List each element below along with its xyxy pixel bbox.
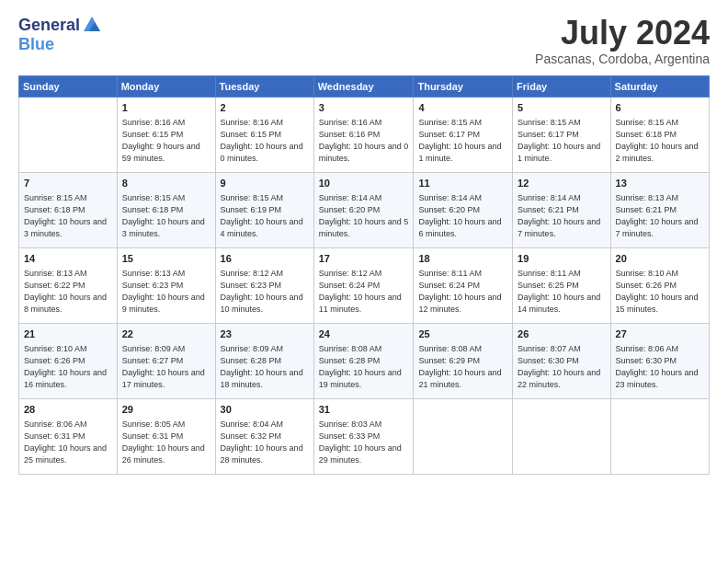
day-info: Sunrise: 8:09 AMSunset: 6:27 PMDaylight:…	[122, 343, 210, 391]
table-row: 7Sunrise: 8:15 AMSunset: 6:18 PMDaylight…	[19, 172, 118, 247]
day-number: 19	[518, 252, 605, 266]
day-info: Sunrise: 8:13 AMSunset: 6:23 PMDaylight:…	[122, 268, 210, 316]
day-info: Sunrise: 8:14 AMSunset: 6:20 PMDaylight:…	[319, 192, 409, 240]
header-friday: Friday	[513, 75, 610, 97]
table-row	[414, 398, 513, 474]
day-number: 27	[616, 327, 704, 341]
header-saturday: Saturday	[610, 75, 709, 97]
table-row	[610, 398, 709, 474]
table-row: 11Sunrise: 8:14 AMSunset: 6:20 PMDayligh…	[414, 172, 513, 247]
day-info: Sunrise: 8:14 AMSunset: 6:20 PMDaylight:…	[418, 192, 507, 240]
day-number: 28	[24, 403, 112, 417]
day-number: 14	[24, 252, 112, 266]
table-row: 30Sunrise: 8:04 AMSunset: 6:32 PMDayligh…	[215, 398, 313, 474]
day-info: Sunrise: 8:08 AMSunset: 6:29 PMDaylight:…	[418, 343, 507, 391]
day-info: Sunrise: 8:15 AMSunset: 6:17 PMDaylight:…	[418, 117, 507, 165]
day-number: 2	[221, 101, 309, 115]
table-row: 20Sunrise: 8:10 AMSunset: 6:26 PMDayligh…	[610, 247, 709, 323]
header-monday: Monday	[117, 75, 215, 97]
day-number: 3	[319, 101, 409, 115]
page: General Blue July 2024 Pascanas, Cordoba…	[0, 0, 728, 563]
logo-icon	[82, 15, 102, 35]
table-row: 24Sunrise: 8:08 AMSunset: 6:28 PMDayligh…	[313, 323, 414, 398]
day-number: 25	[418, 327, 507, 341]
day-info: Sunrise: 8:15 AMSunset: 6:17 PMDaylight:…	[518, 117, 605, 165]
day-number: 12	[518, 177, 605, 190]
table-row: 25Sunrise: 8:08 AMSunset: 6:29 PMDayligh…	[414, 323, 513, 398]
table-row: 3Sunrise: 8:16 AMSunset: 6:16 PMDaylight…	[313, 97, 414, 172]
table-row: 23Sunrise: 8:09 AMSunset: 6:28 PMDayligh…	[215, 323, 313, 398]
day-number: 23	[221, 327, 309, 341]
logo: General Blue	[18, 15, 102, 54]
logo-general: General	[18, 16, 80, 35]
table-row: 12Sunrise: 8:14 AMSunset: 6:21 PMDayligh…	[513, 172, 610, 247]
day-info: Sunrise: 8:06 AMSunset: 6:31 PMDaylight:…	[24, 419, 112, 466]
header-tuesday: Tuesday	[215, 75, 313, 97]
header: General Blue July 2024 Pascanas, Cordoba…	[18, 15, 710, 66]
table-row: 28Sunrise: 8:06 AMSunset: 6:31 PMDayligh…	[19, 398, 118, 474]
day-number: 17	[319, 252, 409, 266]
table-row: 13Sunrise: 8:13 AMSunset: 6:21 PMDayligh…	[610, 172, 709, 247]
day-info: Sunrise: 8:10 AMSunset: 6:26 PMDaylight:…	[616, 268, 704, 316]
day-info: Sunrise: 8:16 AMSunset: 6:15 PMDaylight:…	[221, 117, 309, 165]
day-info: Sunrise: 8:12 AMSunset: 6:23 PMDaylight:…	[221, 268, 309, 316]
day-info: Sunrise: 8:15 AMSunset: 6:18 PMDaylight:…	[24, 192, 112, 240]
day-number: 29	[122, 403, 210, 417]
calendar-week-row: 28Sunrise: 8:06 AMSunset: 6:31 PMDayligh…	[19, 398, 710, 474]
calendar-table: Sunday Monday Tuesday Wednesday Thursday…	[18, 75, 710, 475]
table-row: 16Sunrise: 8:12 AMSunset: 6:23 PMDayligh…	[215, 247, 313, 323]
table-row: 18Sunrise: 8:11 AMSunset: 6:24 PMDayligh…	[414, 247, 513, 323]
day-number: 10	[319, 177, 409, 190]
day-info: Sunrise: 8:10 AMSunset: 6:26 PMDaylight:…	[24, 343, 112, 391]
calendar-week-row: 7Sunrise: 8:15 AMSunset: 6:18 PMDaylight…	[19, 172, 710, 247]
day-number: 18	[418, 252, 507, 266]
table-row	[19, 97, 118, 172]
table-row: 17Sunrise: 8:12 AMSunset: 6:24 PMDayligh…	[313, 247, 414, 323]
day-info: Sunrise: 8:13 AMSunset: 6:22 PMDaylight:…	[24, 268, 112, 316]
table-row: 8Sunrise: 8:15 AMSunset: 6:18 PMDaylight…	[117, 172, 215, 247]
calendar-week-row: 1Sunrise: 8:16 AMSunset: 6:15 PMDaylight…	[19, 97, 710, 172]
day-info: Sunrise: 8:16 AMSunset: 6:15 PMDaylight:…	[122, 117, 210, 165]
title-section: July 2024 Pascanas, Cordoba, Argentina	[535, 15, 710, 66]
location: Pascanas, Cordoba, Argentina	[535, 52, 710, 66]
day-number: 21	[24, 327, 112, 341]
day-info: Sunrise: 8:15 AMSunset: 6:19 PMDaylight:…	[221, 192, 309, 240]
day-number: 16	[221, 252, 309, 266]
day-info: Sunrise: 8:08 AMSunset: 6:28 PMDaylight:…	[319, 343, 409, 391]
day-info: Sunrise: 8:05 AMSunset: 6:31 PMDaylight:…	[122, 419, 210, 466]
day-info: Sunrise: 8:12 AMSunset: 6:24 PMDaylight:…	[319, 268, 409, 316]
day-info: Sunrise: 8:11 AMSunset: 6:25 PMDaylight:…	[518, 268, 605, 316]
day-info: Sunrise: 8:09 AMSunset: 6:28 PMDaylight:…	[221, 343, 309, 391]
day-info: Sunrise: 8:16 AMSunset: 6:16 PMDaylight:…	[319, 117, 409, 165]
day-info: Sunrise: 8:14 AMSunset: 6:21 PMDaylight:…	[518, 192, 605, 240]
month-title: July 2024	[535, 15, 710, 52]
day-number: 26	[518, 327, 605, 341]
day-number: 8	[122, 177, 210, 190]
table-row: 4Sunrise: 8:15 AMSunset: 6:17 PMDaylight…	[414, 97, 513, 172]
table-row: 15Sunrise: 8:13 AMSunset: 6:23 PMDayligh…	[117, 247, 215, 323]
table-row: 26Sunrise: 8:07 AMSunset: 6:30 PMDayligh…	[513, 323, 610, 398]
day-info: Sunrise: 8:03 AMSunset: 6:33 PMDaylight:…	[319, 419, 409, 466]
day-info: Sunrise: 8:15 AMSunset: 6:18 PMDaylight:…	[122, 192, 210, 240]
day-number: 7	[24, 177, 112, 190]
day-info: Sunrise: 8:11 AMSunset: 6:24 PMDaylight:…	[418, 268, 507, 316]
day-number: 11	[418, 177, 507, 190]
day-info: Sunrise: 8:13 AMSunset: 6:21 PMDaylight:…	[616, 192, 704, 240]
day-number: 13	[616, 177, 704, 190]
day-number: 6	[616, 101, 704, 115]
table-row: 5Sunrise: 8:15 AMSunset: 6:17 PMDaylight…	[513, 97, 610, 172]
weekday-header-row: Sunday Monday Tuesday Wednesday Thursday…	[19, 75, 710, 97]
table-row: 2Sunrise: 8:16 AMSunset: 6:15 PMDaylight…	[215, 97, 313, 172]
header-thursday: Thursday	[414, 75, 513, 97]
calendar-week-row: 14Sunrise: 8:13 AMSunset: 6:22 PMDayligh…	[19, 247, 710, 323]
table-row: 10Sunrise: 8:14 AMSunset: 6:20 PMDayligh…	[313, 172, 414, 247]
table-row: 9Sunrise: 8:15 AMSunset: 6:19 PMDaylight…	[215, 172, 313, 247]
day-info: Sunrise: 8:04 AMSunset: 6:32 PMDaylight:…	[221, 419, 309, 466]
day-info: Sunrise: 8:07 AMSunset: 6:30 PMDaylight:…	[518, 343, 605, 391]
day-info: Sunrise: 8:15 AMSunset: 6:18 PMDaylight:…	[616, 117, 704, 165]
day-info: Sunrise: 8:06 AMSunset: 6:30 PMDaylight:…	[616, 343, 704, 391]
day-number: 30	[221, 403, 309, 417]
day-number: 22	[122, 327, 210, 341]
header-sunday: Sunday	[19, 75, 118, 97]
day-number: 9	[221, 177, 309, 190]
